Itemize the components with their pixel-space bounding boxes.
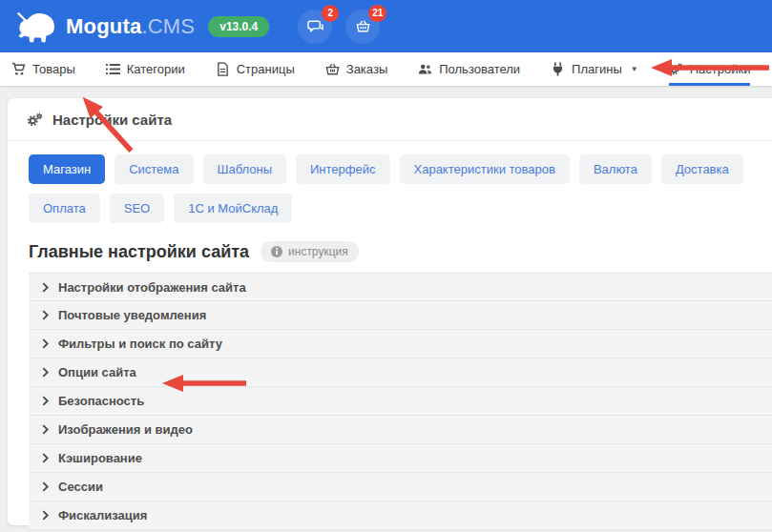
info-icon (271, 246, 282, 257)
users-icon (418, 62, 432, 76)
chat-button[interactable]: 2 (298, 10, 332, 44)
tab-delivery[interactable]: Доставка (661, 154, 743, 184)
tab-seo[interactable]: SEO (110, 194, 164, 223)
tab-system[interactable]: Система (115, 154, 193, 184)
tab-1c-moysklad[interactable]: 1С и МойСклад (174, 194, 292, 223)
nav-item-products[interactable]: Товары (11, 52, 75, 86)
nav-item-pages[interactable]: Страницы (216, 52, 295, 86)
settings-card: Настройки сайта Магазин Система Шаблоны … (8, 98, 772, 525)
section-header: Главные настройки сайта инструкция (29, 241, 753, 262)
accordion-label: Почтовые уведомления (58, 308, 206, 322)
accordion-fiscalization[interactable]: Фискализация (29, 501, 772, 530)
tab-shop[interactable]: Магазин (29, 154, 105, 184)
cart-icon (11, 62, 26, 76)
chevron-right-icon (42, 282, 49, 293)
nav-label: Категории (127, 62, 185, 76)
main-nav: Товары Категории Страницы Заказы Пользов… (0, 52, 772, 86)
chevron-right-icon (42, 481, 49, 492)
chevron-right-icon (42, 396, 49, 406)
chat-badge: 2 (322, 5, 339, 22)
nav-item-users[interactable]: Пользователи (418, 52, 520, 86)
admin-page: Moguta.CMS v13.0.4 2 21 Товары Категории… (0, 0, 772, 532)
tab-templates[interactable]: Шаблоны (203, 154, 287, 184)
chevron-right-icon (42, 510, 49, 521)
basket-icon (355, 18, 371, 34)
list-icon (106, 62, 120, 76)
nav-item-plugins[interactable]: Плагины ▼ (551, 52, 638, 86)
chat-icon (307, 18, 323, 34)
nav-label: Плагины (572, 62, 622, 76)
nav-item-settings[interactable]: Настройки (669, 52, 751, 86)
plug-icon (551, 62, 565, 76)
accordion-filters-search[interactable]: Фильтры и поиск по сайту (29, 330, 772, 358)
accordion-label: Кэширование (58, 451, 142, 465)
chevron-right-icon (42, 367, 49, 378)
instruction-badge-label: инструкция (288, 245, 348, 258)
settings-accordion: Настройки отображения сайта Почтовые уве… (29, 273, 772, 530)
brand-title: Moguta.CMS (66, 14, 195, 39)
accordion-label: Сессии (58, 480, 103, 494)
page-title-bar: Настройки сайта (8, 98, 772, 141)
nav-label: Страницы (237, 62, 295, 76)
accordion-label: Изображения и видео (58, 422, 193, 437)
tab-payment[interactable]: Оплата (29, 194, 100, 223)
accordion-label: Фискализация (58, 508, 147, 522)
accordion-caching[interactable]: Кэширование (29, 444, 772, 473)
nav-label: Настройки (690, 62, 751, 76)
chevron-right-icon (42, 338, 49, 349)
chevron-right-icon (42, 310, 49, 320)
accordion-label: Безопасность (58, 394, 144, 408)
top-header: Moguta.CMS v13.0.4 2 21 (0, 0, 772, 52)
nav-item-orders[interactable]: Заказы (325, 52, 387, 86)
tab-currency[interactable]: Валюта (579, 154, 652, 184)
mammoth-logo-icon (13, 10, 57, 44)
accordion-label: Опции сайта (58, 365, 136, 379)
orders-badge: 21 (368, 5, 386, 22)
settings-tabs: Магазин Система Шаблоны Интерфейс Характ… (8, 141, 772, 223)
instruction-badge[interactable]: инструкция (261, 241, 359, 262)
nav-item-categories[interactable]: Категории (106, 52, 185, 86)
section-heading: Главные настройки сайта (29, 242, 249, 262)
version-badge: v13.0.4 (208, 16, 269, 37)
page-title: Настройки сайта (52, 112, 172, 128)
accordion-security[interactable]: Безопасность (29, 387, 772, 416)
accordion-sessions[interactable]: Сессии (29, 473, 772, 501)
nav-label: Пользователи (439, 62, 520, 76)
tab-product-characteristics[interactable]: Характеристики товаров (400, 154, 570, 184)
gears-icon (27, 113, 43, 127)
accordion-mail-notifications[interactable]: Почтовые уведомления (29, 301, 772, 330)
gears-icon (669, 62, 683, 76)
nav-label: Товары (32, 62, 75, 76)
tab-interface[interactable]: Интерфейс (296, 154, 389, 184)
accordion-images-video[interactable]: Изображения и видео (29, 416, 772, 444)
chevron-right-icon (42, 453, 49, 463)
accordion-display-settings[interactable]: Настройки отображения сайта (29, 273, 772, 301)
chevron-right-icon (42, 424, 49, 435)
nav-label: Заказы (346, 62, 387, 76)
logo[interactable]: Moguta.CMS (13, 10, 195, 44)
pages-icon (216, 62, 230, 76)
chevron-down-icon: ▼ (631, 65, 638, 73)
header-actions: 2 21 (298, 10, 380, 44)
accordion-label: Настройки отображения сайта (58, 280, 246, 295)
accordion-label: Фильтры и поиск по сайту (58, 337, 222, 351)
accordion-site-options[interactable]: Опции сайта (29, 358, 772, 387)
orders-button[interactable]: 21 (345, 10, 380, 44)
order-basket-icon (325, 62, 340, 76)
